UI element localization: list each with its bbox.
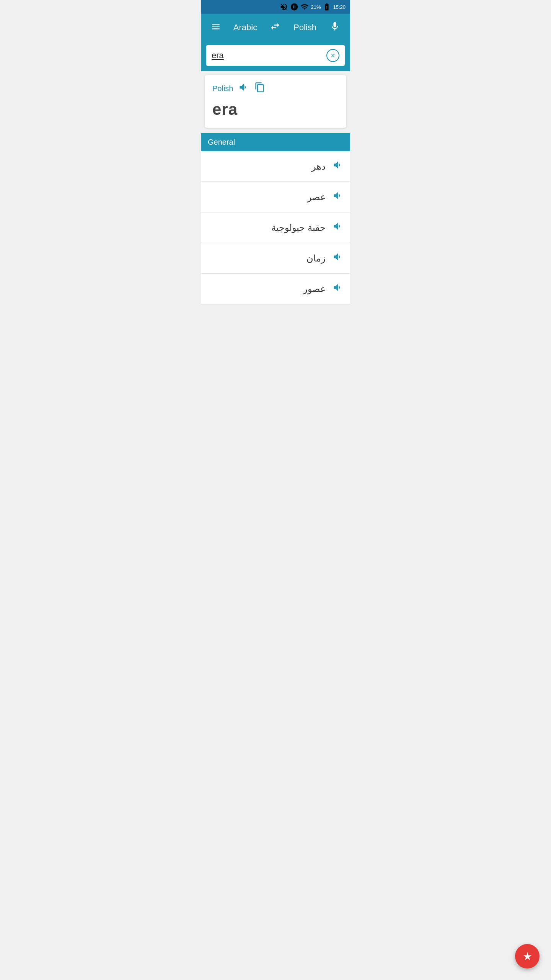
battery-text: 21%: [311, 4, 321, 10]
arabic-word: زمان: [306, 253, 326, 264]
section-header: General: [201, 133, 350, 151]
signal-icon: [300, 3, 309, 11]
translation-item: دهر: [201, 151, 350, 182]
status-bar: 21% 15:20: [201, 0, 350, 14]
translation-card: Polish era: [205, 75, 346, 128]
clear-button[interactable]: [326, 49, 339, 62]
item-sound-button[interactable]: [333, 282, 343, 296]
app-bar: Arabic Polish: [201, 14, 350, 41]
translation-list: دهر عصر حقبة جيولوجية زمان: [201, 151, 350, 304]
clear-icon: [330, 52, 336, 59]
hotspot-icon: [290, 3, 298, 11]
card-header: Polish: [212, 82, 339, 95]
section-label: General: [208, 138, 235, 146]
search-container: [206, 45, 345, 66]
arabic-word: عصور: [303, 284, 326, 294]
battery-icon: [323, 3, 331, 11]
copy-icon: [254, 82, 265, 93]
mute-icon: [280, 3, 288, 11]
card-copy-button[interactable]: [254, 82, 265, 95]
sound-icon: [238, 82, 249, 93]
sound-icon: [333, 282, 343, 293]
microphone-button[interactable]: [326, 18, 343, 38]
sound-icon: [333, 252, 343, 262]
translated-word: era: [212, 100, 339, 119]
item-sound-button[interactable]: [333, 221, 343, 234]
microphone-icon: [329, 21, 340, 32]
swap-icon: [270, 21, 280, 32]
arabic-word: دهر: [311, 161, 326, 172]
translation-item: عصور: [201, 274, 350, 304]
sound-icon: [333, 221, 343, 232]
card-sound-button[interactable]: [238, 82, 249, 95]
search-bar: [201, 41, 350, 71]
target-language[interactable]: Polish: [284, 23, 326, 33]
item-sound-button[interactable]: [333, 252, 343, 265]
item-sound-button[interactable]: [333, 190, 343, 204]
time-text: 15:20: [333, 4, 346, 10]
hamburger-icon: [211, 22, 221, 32]
source-language[interactable]: Arabic: [224, 23, 267, 33]
translation-item: زمان: [201, 243, 350, 274]
sound-icon: [333, 190, 343, 201]
item-sound-button[interactable]: [333, 160, 343, 173]
swap-languages-button[interactable]: [267, 18, 284, 37]
arabic-word: حقبة جيولوجية: [271, 222, 326, 233]
sound-icon: [333, 160, 343, 170]
translation-item: حقبة جيولوجية: [201, 212, 350, 243]
menu-button[interactable]: [208, 19, 224, 36]
search-input[interactable]: [212, 51, 326, 60]
status-icons: 21% 15:20: [280, 3, 346, 11]
card-language: Polish: [212, 84, 233, 93]
translation-item: عصر: [201, 182, 350, 212]
arabic-word: عصر: [307, 192, 326, 203]
